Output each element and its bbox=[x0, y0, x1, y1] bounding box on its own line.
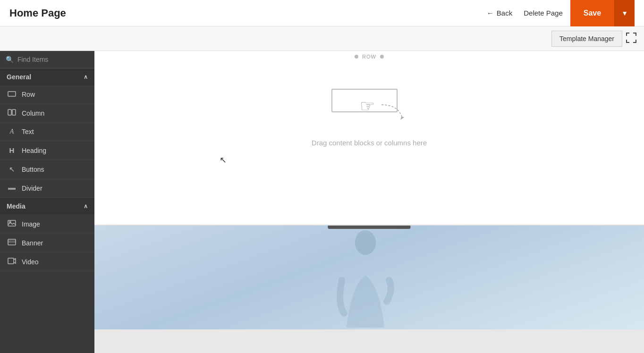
search-icon: 🔍 bbox=[6, 56, 14, 63]
delete-page-button[interactable]: Delete Page bbox=[524, 9, 563, 17]
back-button[interactable]: ← Back bbox=[487, 9, 512, 17]
save-button-group: Save ▼ bbox=[570, 0, 635, 26]
page-header: Home Page ← Back Delete Page Save ▼ bbox=[0, 0, 644, 26]
drag-arrow bbox=[379, 103, 407, 122]
svg-marker-10 bbox=[400, 117, 404, 120]
drag-hint-text: Drag content blocks or columns here bbox=[312, 139, 427, 147]
template-manager-button[interactable]: Template Manager bbox=[551, 31, 622, 47]
search-input[interactable] bbox=[17, 56, 89, 63]
svg-rect-2 bbox=[12, 109, 16, 115]
slider-image-area bbox=[94, 226, 644, 329]
video-icon bbox=[8, 258, 16, 266]
svg-rect-9 bbox=[8, 258, 14, 264]
sidebar-item-banner[interactable]: Banner bbox=[0, 234, 94, 252]
chevron-up-icon-media: ∧ bbox=[84, 203, 88, 210]
sidebar-item-column[interactable]: Column bbox=[0, 104, 94, 123]
sidebar-item-divider[interactable]: Divider bbox=[0, 179, 94, 198]
row-label: ROW bbox=[362, 54, 376, 59]
slider-section[interactable]: + Slider ⚙ bbox=[94, 226, 644, 329]
sidebar-item-buttons[interactable]: ↖ Buttons bbox=[0, 160, 94, 179]
banner-icon bbox=[8, 239, 16, 247]
sidebar-item-image[interactable]: Image bbox=[0, 215, 94, 234]
svg-rect-8 bbox=[8, 241, 16, 243]
sub-header: Template Manager bbox=[0, 26, 644, 51]
svg-rect-5 bbox=[8, 220, 16, 226]
row-icon bbox=[8, 91, 16, 98]
chevron-up-icon: ∧ bbox=[84, 74, 88, 80]
back-arrow-icon: ← bbox=[487, 9, 494, 17]
text-icon: A bbox=[8, 128, 16, 135]
heading-icon: H bbox=[8, 146, 16, 154]
sidebar-item-row[interactable]: Row bbox=[0, 85, 94, 104]
sidebar-item-video[interactable]: Video bbox=[0, 252, 94, 271]
save-dropdown-button[interactable]: ▼ bbox=[614, 0, 635, 26]
canvas-area: ROW ☞ Drag content blocks or columns her… bbox=[94, 51, 644, 353]
divider-icon bbox=[8, 185, 16, 192]
row-label-bar: ROW bbox=[94, 51, 644, 62]
image-icon bbox=[8, 220, 16, 228]
row-section[interactable]: ROW ☞ Drag content blocks or columns her… bbox=[94, 51, 644, 226]
drag-illustration: ☞ bbox=[322, 79, 416, 131]
buttons-icon: ↖ bbox=[8, 165, 16, 174]
column-icon bbox=[8, 109, 16, 117]
row-dot-left bbox=[355, 55, 358, 59]
sidebar-section-general[interactable]: General ∧ bbox=[0, 68, 94, 85]
sidebar: 🔍 General ∧ Row Column bbox=[0, 51, 94, 353]
sidebar-item-text[interactable]: A Text bbox=[0, 123, 94, 141]
svg-rect-0 bbox=[8, 92, 16, 96]
drag-hand-icon: ☞ bbox=[360, 96, 375, 116]
fullscreen-icon bbox=[626, 34, 636, 45]
sidebar-section-media[interactable]: Media ∧ bbox=[0, 198, 94, 215]
svg-point-24 bbox=[355, 230, 376, 255]
main-layout: 🔍 General ∧ Row Column bbox=[0, 51, 644, 353]
page-title: Home Page bbox=[9, 7, 487, 19]
fullscreen-button[interactable] bbox=[626, 33, 636, 44]
slider-toolbar: + Slider ⚙ bbox=[328, 226, 410, 229]
svg-rect-1 bbox=[8, 109, 11, 115]
sidebar-item-heading[interactable]: H Heading bbox=[0, 141, 94, 160]
sidebar-search-container: 🔍 bbox=[0, 51, 94, 68]
row-dot-right bbox=[380, 55, 384, 59]
drag-drop-area: ☞ Drag content blocks or columns here bbox=[94, 51, 644, 166]
save-button[interactable]: Save bbox=[570, 0, 614, 26]
slider-add-icon[interactable]: + bbox=[346, 226, 351, 226]
